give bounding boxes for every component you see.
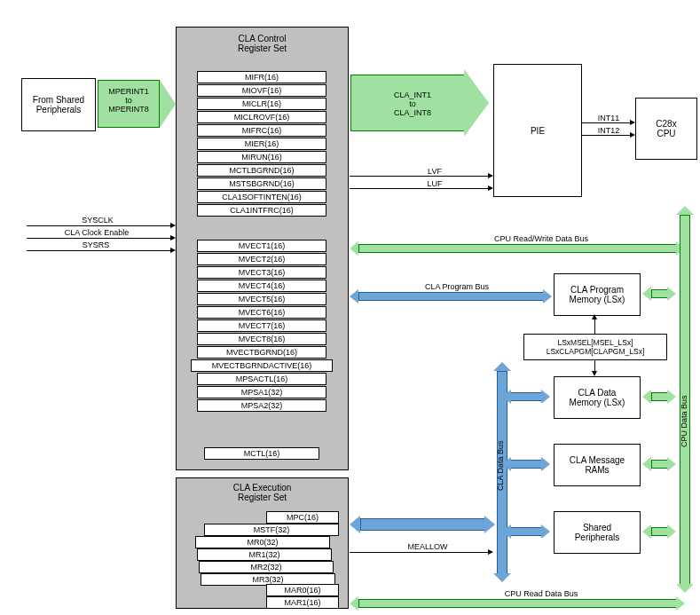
grn-conn-3l — [642, 524, 651, 539]
progbus-label: CLA Program Bus — [408, 282, 506, 291]
grn-conn-0r — [667, 287, 676, 301]
blue-conn-exec-r — [484, 516, 495, 533]
blue-conn-3h — [541, 524, 550, 539]
reg-mvect216: MVECT2(16) — [197, 253, 326, 265]
grn-conn-1l — [642, 390, 651, 404]
diagram-canvas: From Shared Peripherals MPERINT1 to MPER… — [9, 9, 700, 615]
reg-mar016: MAR0(16) — [266, 584, 339, 596]
reg-mpsa132: MPSA1(32) — [197, 386, 326, 398]
cla-control-title: CLA Control Register Set — [176, 34, 349, 53]
grn-conn-0l — [642, 287, 651, 301]
int12-line — [582, 135, 633, 136]
readbus-lhead — [350, 596, 358, 611]
progbus-rhead — [543, 289, 552, 304]
cla-exec-title: CLA Execution Register Set — [176, 483, 349, 502]
meallow-line — [350, 552, 492, 553]
blue-conn-2hl — [502, 457, 511, 471]
cla-msg-ram-box: CLA Message RAMs — [554, 444, 641, 486]
mperint-arrow-label: MPERINT1 to MPERINT8 — [99, 87, 158, 114]
reg-mvect416: MVECT4(16) — [197, 280, 326, 292]
reg-mctl: MCTL(16) — [204, 447, 319, 460]
progbus — [358, 292, 545, 301]
cpudata-label: CPU Data Bus — [680, 382, 688, 461]
grn-conn-0 — [651, 289, 669, 298]
reg-mvectbgrndactive16: MVECTBGRNDACTIVE(16) — [191, 359, 333, 372]
grn-conn-1 — [651, 392, 669, 401]
grn-conn-1r — [667, 390, 676, 404]
blue-conn-2h — [541, 457, 550, 471]
cpudata-bot — [676, 584, 694, 593]
rwbus-label: CPU Read/Write Data Bus — [470, 234, 612, 243]
blue-conn-1 — [509, 392, 543, 401]
reg-mstf: MSTF(32) — [204, 524, 339, 536]
reg-mstsbgrnd16: MSTSBGRND(16) — [197, 177, 326, 190]
reg-mvect116: MVECT1(16) — [197, 240, 326, 252]
reg-mvectbgrnd16: MVECTBGRND(16) — [197, 346, 326, 359]
lvf-label: LVF — [417, 167, 452, 176]
reg-mvect716: MVECT7(16) — [197, 319, 326, 332]
shared-periph-box: Shared Peripherals — [554, 511, 641, 554]
blue-conn-2 — [509, 460, 543, 469]
reg-mvect616: MVECT6(16) — [197, 306, 326, 319]
from-shared-peripherals-box: From Shared Peripherals — [21, 78, 96, 131]
cla-int-arrow-label: CLA_INT1 to CLA_INT8 — [364, 91, 461, 117]
reg-mvect516: MVECT5(16) — [197, 293, 326, 305]
rwbus-lhead — [350, 241, 358, 256]
sysclk-ah — [170, 223, 176, 228]
cladata-bot — [493, 573, 511, 582]
meallow-label: MEALLOW — [399, 542, 456, 551]
claclk-ah — [170, 235, 176, 240]
blue-conn-3hl — [502, 524, 511, 539]
reg-mifr16: MIFR(16) — [197, 71, 326, 83]
reg-mier16: MIER(16) — [197, 138, 326, 150]
sysclk-label: SYSCLK — [71, 216, 124, 225]
cpu-box: C28x CPU — [635, 98, 697, 160]
mperint-arrow-head — [160, 80, 176, 128]
reg-mr032: MR0(32) — [195, 536, 330, 548]
msel-up-ah — [592, 314, 597, 319]
readbus-rhead — [676, 596, 685, 611]
reg-miclr16: MICLR(16) — [197, 98, 326, 110]
reg-mpc: MPC(16) — [266, 511, 339, 524]
blue-conn-1hl — [502, 390, 511, 404]
pie-box: PIE — [493, 64, 582, 197]
blue-conn-1h — [541, 390, 550, 404]
cla-int-arrow-head — [464, 69, 489, 137]
reg-cla1intfrc16: CLA1INTFRC(16) — [197, 204, 326, 217]
int12-label: INT12 — [591, 126, 626, 135]
grn-conn-2r — [667, 457, 676, 471]
reg-mvect316: MVECT3(16) — [197, 266, 326, 279]
rwbus — [358, 244, 678, 253]
sysrs-line — [27, 250, 174, 251]
sysrs-ah — [170, 248, 176, 253]
cpudata-top — [676, 206, 694, 215]
msel-box: LSxMSEL[MSEL_LSx] LSxCLAPGM[CLAPGM_LSx] — [523, 334, 667, 360]
blue-conn-exec-l — [350, 516, 360, 533]
grn-conn-3r — [667, 524, 676, 539]
reg-mctlbgrnd16: MCTLBGRND(16) — [197, 164, 326, 177]
claclk-label: CLA Clock Enable — [48, 228, 146, 237]
claclk-line — [27, 238, 174, 239]
readbus — [358, 599, 678, 608]
grn-conn-2 — [651, 460, 669, 469]
reg-mpsactl16: MPSACTL(16) — [197, 373, 326, 385]
int11-line — [582, 122, 633, 123]
blue-conn-3 — [509, 527, 543, 536]
grn-conn-2l — [642, 457, 651, 471]
reg-mpsa232: MPSA2(32) — [197, 399, 326, 412]
cla-data-mem-box: CLA Data Memory (LSx) — [554, 376, 641, 419]
meallow-ah — [488, 549, 493, 555]
luf-label: LUF — [417, 179, 452, 188]
int11-label: INT11 — [591, 114, 626, 122]
reg-miovf16: MIOVF(16) — [197, 84, 326, 97]
reg-mr132: MR1(32) — [197, 548, 332, 561]
cladata-top — [493, 362, 511, 371]
sysclk-line — [27, 225, 174, 226]
reg-mar116: MAR1(16) — [266, 596, 339, 609]
sysrs-label: SYSRS — [69, 240, 122, 249]
grn-conn-3 — [651, 527, 669, 536]
reg-mr232: MR2(32) — [199, 561, 334, 573]
reg-cla1softinten16: CLA1SOFTINTEN(16) — [197, 191, 326, 203]
blue-conn-exec — [360, 518, 486, 531]
progbus-lhead — [350, 289, 358, 304]
